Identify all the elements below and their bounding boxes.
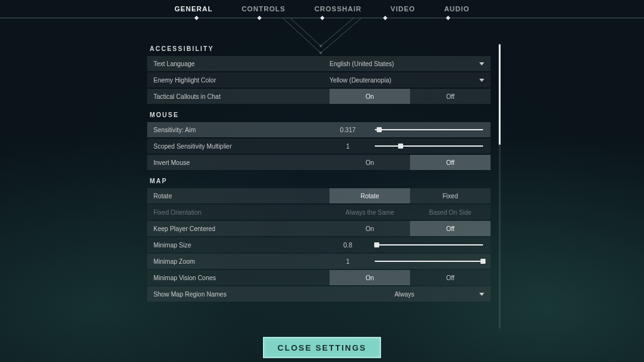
chevron-down-icon <box>479 293 484 296</box>
settings-tabs: GENERAL CONTROLS CROSSHAIR VIDEO AUDIO <box>0 0 644 14</box>
row-minimap-zoom: Minimap Zoom 1 <box>147 254 491 269</box>
row-region-names: Show Map Region Names Always <box>147 286 491 302</box>
label-minimap-size: Minimap Size <box>153 242 330 249</box>
row-vision-cones: Minimap Vision Cones On Off <box>147 270 491 285</box>
dropdown-value: Yellow (Deuteranopia) <box>330 77 391 84</box>
toggle-opt-rotate[interactable]: Rotate <box>330 188 410 203</box>
slider-knob[interactable] <box>377 127 382 132</box>
row-minimap-size: Minimap Size 0.8 <box>147 237 491 252</box>
label-fixed-orientation: Fixed Orientation <box>153 209 330 216</box>
toggle-vision-cones: On Off <box>330 270 491 285</box>
label-text-language: Text Language <box>153 60 330 67</box>
label-sensitivity-aim: Sensitivity: Aim <box>153 127 330 133</box>
toggle-rotate: Rotate Fixed <box>330 188 491 203</box>
close-settings-button[interactable]: CLOSE SETTINGS <box>263 337 381 358</box>
scrollbar-thumb[interactable] <box>499 44 501 145</box>
dropdown-value: Always <box>330 291 479 298</box>
label-tactical-callouts: Tactical Callouts in Chat <box>153 93 330 100</box>
row-scoped-multiplier: Scoped Sensitivity Multiplier 1 <box>147 139 491 154</box>
slider-minimap-size[interactable] <box>375 244 483 246</box>
row-tactical-callouts: Tactical Callouts in Chat On Off <box>147 89 491 104</box>
row-rotate: Rotate Rotate Fixed <box>147 188 491 203</box>
label-rotate: Rotate <box>153 193 330 200</box>
slider-knob[interactable] <box>480 259 486 264</box>
toggle-opt-based-on-side: Based On Side <box>410 205 491 220</box>
dropdown-region-names[interactable]: Always <box>330 291 491 298</box>
value-scoped-multiplier[interactable]: 1 <box>330 143 366 150</box>
label-vision-cones: Minimap Vision Cones <box>153 274 330 281</box>
toggle-opt-off[interactable]: Off <box>410 89 491 104</box>
dropdown-value: English (United States) <box>330 60 394 67</box>
tab-audio[interactable]: AUDIO <box>441 4 472 14</box>
dropdown-enemy-highlight[interactable]: Yellow (Deuteranopia) <box>330 77 491 84</box>
label-keep-centered: Keep Player Centered <box>153 225 330 232</box>
chevron-down-icon <box>479 79 484 82</box>
tab-video[interactable]: VIDEO <box>388 4 418 14</box>
slider-knob[interactable] <box>398 144 403 149</box>
row-enemy-highlight: Enemy Highlight Color Yellow (Deuteranop… <box>147 72 491 88</box>
label-region-names: Show Map Region Names <box>153 291 330 298</box>
value-sensitivity-aim[interactable]: 0.317 <box>330 127 366 133</box>
toggle-opt-off[interactable]: Off <box>410 270 491 285</box>
row-invert-mouse: Invert Mouse On Off <box>147 155 491 170</box>
section-map-header: MAP <box>147 171 491 188</box>
tab-general[interactable]: GENERAL <box>172 4 215 14</box>
row-keep-centered: Keep Player Centered On Off <box>147 221 491 236</box>
toggle-opt-off[interactable]: Off <box>410 155 491 170</box>
slider-sensitivity-aim[interactable] <box>375 129 483 130</box>
toggle-opt-always-same: Always the Same <box>330 205 410 220</box>
dropdown-text-language[interactable]: English (United States) <box>330 60 491 67</box>
toggle-opt-fixed[interactable]: Fixed <box>410 188 491 203</box>
toggle-opt-on[interactable]: On <box>330 270 410 285</box>
scrollbar[interactable] <box>499 44 501 329</box>
label-scoped-multiplier: Scoped Sensitivity Multiplier <box>153 143 330 150</box>
label-enemy-highlight: Enemy Highlight Color <box>153 77 330 84</box>
row-fixed-orientation: Fixed Orientation Always the Same Based … <box>147 205 491 220</box>
toggle-opt-on[interactable]: On <box>330 89 410 104</box>
toggle-opt-on[interactable]: On <box>330 221 410 236</box>
value-minimap-size[interactable]: 0.8 <box>330 242 366 249</box>
row-sensitivity-aim: Sensitivity: Aim 0.317 <box>147 122 491 137</box>
section-accessibility-header: ACCESSIBILITY <box>147 39 491 56</box>
slider-scoped-multiplier[interactable] <box>375 145 483 147</box>
tab-crosshair[interactable]: CROSSHAIR <box>312 4 364 14</box>
slider-minimap-zoom[interactable] <box>375 261 483 262</box>
row-text-language: Text Language English (United States) <box>147 56 491 71</box>
toggle-invert-mouse: On Off <box>330 155 491 170</box>
label-invert-mouse: Invert Mouse <box>153 159 330 166</box>
toggle-opt-off[interactable]: Off <box>410 221 491 236</box>
toggle-fixed-orientation: Always the Same Based On Side <box>330 205 491 220</box>
toggle-keep-centered: On Off <box>330 221 491 236</box>
tab-controls[interactable]: CONTROLS <box>239 4 288 14</box>
label-minimap-zoom: Minimap Zoom <box>153 258 330 265</box>
settings-panel: ACCESSIBILITY Text Language English (Uni… <box>147 39 491 334</box>
toggle-opt-on[interactable]: On <box>330 155 410 170</box>
value-minimap-zoom[interactable]: 1 <box>330 258 366 265</box>
tab-dots <box>0 16 644 20</box>
chevron-down-icon <box>479 62 484 65</box>
toggle-tactical-callouts: On Off <box>330 89 491 104</box>
section-mouse-header: MOUSE <box>147 105 491 122</box>
slider-knob[interactable] <box>374 242 379 247</box>
